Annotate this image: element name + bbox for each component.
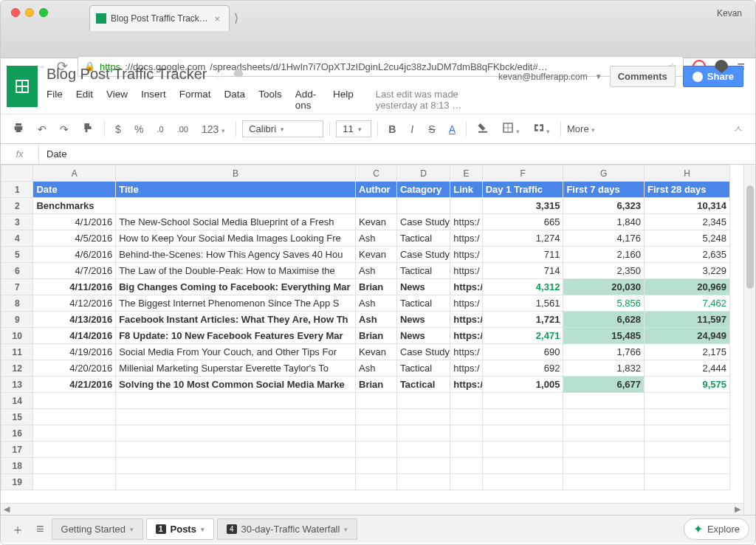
share-button[interactable]: Share bbox=[683, 66, 743, 87]
cell[interactable]: https:/ bbox=[450, 214, 482, 230]
cell[interactable]: Kevan bbox=[356, 247, 397, 263]
cell[interactable] bbox=[482, 442, 563, 458]
cell[interactable]: Kevan bbox=[356, 214, 397, 230]
cell[interactable] bbox=[450, 474, 482, 490]
cell[interactable]: 4/13/2016 bbox=[33, 312, 116, 328]
cell[interactable]: 4/12/2016 bbox=[33, 295, 116, 312]
cell[interactable]: Title bbox=[116, 182, 356, 198]
cell[interactable] bbox=[33, 458, 116, 474]
cell[interactable]: 3,315 bbox=[482, 198, 563, 214]
cell[interactable] bbox=[116, 198, 356, 214]
row-header[interactable]: 1 bbox=[1, 182, 33, 198]
menu-format[interactable]: Format bbox=[179, 89, 211, 111]
cell[interactable] bbox=[396, 442, 450, 458]
fill-color-button[interactable] bbox=[472, 119, 493, 139]
cell[interactable] bbox=[396, 474, 450, 490]
row-header[interactable]: 10 bbox=[1, 328, 33, 344]
cell[interactable]: 2,345 bbox=[645, 214, 730, 230]
cell[interactable] bbox=[645, 458, 730, 474]
cell[interactable] bbox=[563, 442, 645, 458]
cell[interactable]: Behind-the-Scenes: How This Agency Saves… bbox=[116, 247, 356, 263]
cell[interactable]: The Biggest Internet Phenomenon Since Th… bbox=[116, 295, 356, 312]
cell[interactable]: 1,561 bbox=[482, 295, 563, 312]
explore-button[interactable]: ✦Explore bbox=[684, 518, 749, 540]
cell[interactable]: First 7 days bbox=[563, 182, 645, 198]
comments-button[interactable]: Comments bbox=[610, 66, 676, 87]
cell[interactable]: How to Keep Your Social Media Images Loo… bbox=[116, 230, 356, 247]
sheet-tab-posts[interactable]: 1Posts▾ bbox=[146, 518, 214, 540]
document-title[interactable]: Blog Post Traffic Tracker bbox=[47, 66, 207, 83]
sheets-logo-icon[interactable] bbox=[7, 66, 38, 107]
col-header-H[interactable]: H bbox=[645, 165, 730, 182]
vertical-scrollbar[interactable] bbox=[743, 165, 755, 515]
cell[interactable]: 1,005 bbox=[482, 377, 563, 393]
cell[interactable] bbox=[563, 458, 645, 474]
cell[interactable] bbox=[563, 425, 645, 442]
cell[interactable]: Big Changes Coming to Facebook: Everythi… bbox=[116, 279, 356, 295]
cell[interactable] bbox=[645, 393, 730, 409]
cell[interactable] bbox=[116, 393, 356, 409]
italic-button[interactable]: I bbox=[405, 120, 419, 138]
cell[interactable] bbox=[356, 442, 397, 458]
cell[interactable] bbox=[482, 393, 563, 409]
cell[interactable]: 1,274 bbox=[482, 230, 563, 247]
cell[interactable]: Ash bbox=[356, 263, 397, 279]
menu-file[interactable]: File bbox=[47, 89, 63, 111]
cell[interactable]: Author bbox=[356, 182, 397, 198]
cell[interactable]: 1,721 bbox=[482, 312, 563, 328]
menu-help[interactable]: Help bbox=[333, 89, 354, 111]
formula-input[interactable]: Date bbox=[39, 144, 755, 164]
cell[interactable]: 4/5/2016 bbox=[33, 230, 116, 247]
cell[interactable] bbox=[482, 409, 563, 425]
cell[interactable] bbox=[450, 198, 482, 214]
cell[interactable]: Link bbox=[450, 182, 482, 198]
cell[interactable]: 20,030 bbox=[563, 279, 645, 295]
close-window-button[interactable] bbox=[11, 8, 20, 17]
cell[interactable]: 6,323 bbox=[563, 198, 645, 214]
cell[interactable]: News bbox=[396, 279, 450, 295]
cell[interactable]: 15,485 bbox=[563, 328, 645, 344]
cell[interactable] bbox=[450, 425, 482, 442]
sheet-tab-waterfall[interactable]: 430-day-Traffic Waterfall▾ bbox=[217, 518, 357, 540]
cell[interactable] bbox=[116, 442, 356, 458]
cell[interactable]: 1,840 bbox=[563, 214, 645, 230]
cell[interactable] bbox=[356, 474, 397, 490]
cell[interactable]: https:/ bbox=[450, 263, 482, 279]
cell[interactable]: Tactical bbox=[396, 360, 450, 377]
row-header[interactable]: 9 bbox=[1, 312, 33, 328]
menu-addons[interactable]: Add-ons bbox=[295, 89, 320, 111]
cell[interactable]: 1,832 bbox=[563, 360, 645, 377]
cell[interactable]: Facebook Instant Articles: What They Are… bbox=[116, 312, 356, 328]
cell[interactable]: Ash bbox=[356, 312, 397, 328]
cell[interactable]: 665 bbox=[482, 214, 563, 230]
row-header[interactable]: 19 bbox=[1, 474, 33, 490]
cell[interactable]: 9,575 bbox=[645, 377, 730, 393]
cell[interactable] bbox=[33, 393, 116, 409]
font-family-select[interactable]: Calibri▾ bbox=[242, 120, 323, 137]
cell[interactable]: 5,248 bbox=[645, 230, 730, 247]
cell[interactable] bbox=[482, 474, 563, 490]
maximize-window-button[interactable] bbox=[39, 8, 48, 17]
cell[interactable] bbox=[396, 409, 450, 425]
cell[interactable]: 11,597 bbox=[645, 312, 730, 328]
number-format-button[interactable]: 123 ▾ bbox=[197, 120, 230, 138]
cell[interactable] bbox=[33, 409, 116, 425]
move-to-drive-icon[interactable] bbox=[233, 67, 244, 82]
cell[interactable] bbox=[33, 425, 116, 442]
cell[interactable] bbox=[396, 458, 450, 474]
cell[interactable]: Case Study bbox=[396, 344, 450, 360]
cell[interactable]: 4,176 bbox=[563, 230, 645, 247]
undo-button[interactable]: ↶ bbox=[33, 120, 51, 138]
col-header-F[interactable]: F bbox=[482, 165, 563, 182]
cell[interactable]: https:/ bbox=[450, 344, 482, 360]
cell[interactable]: 2,350 bbox=[563, 263, 645, 279]
cell[interactable] bbox=[482, 458, 563, 474]
cell[interactable] bbox=[645, 474, 730, 490]
all-sheets-button[interactable]: ≡ bbox=[32, 521, 49, 537]
cell[interactable] bbox=[396, 198, 450, 214]
row-header[interactable]: 4 bbox=[1, 230, 33, 247]
cell[interactable]: Social Media From Your Couch, and Other … bbox=[116, 344, 356, 360]
row-header[interactable]: 12 bbox=[1, 360, 33, 377]
cell[interactable] bbox=[356, 409, 397, 425]
cell[interactable]: 692 bbox=[482, 360, 563, 377]
